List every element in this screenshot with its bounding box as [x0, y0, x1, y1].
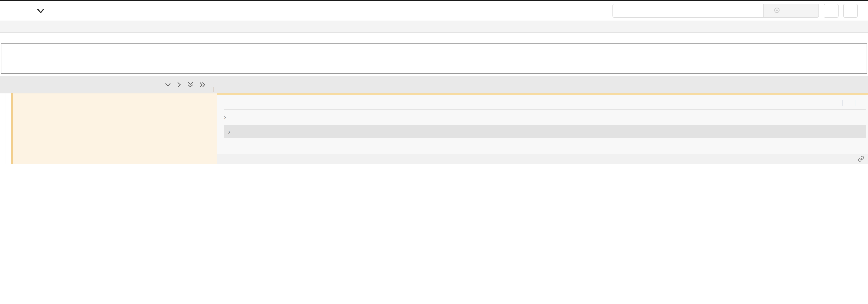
tags-accordion[interactable]: › [217, 110, 868, 123]
meta-separator: | [841, 99, 843, 106]
view-selector-button[interactable] [843, 4, 858, 18]
span-detail-left-gutter [0, 93, 217, 164]
detail-title-row: | | [217, 95, 868, 109]
locate-icon[interactable] [773, 7, 780, 15]
service-operation-header: || [0, 76, 217, 93]
expand-one-icon[interactable] [177, 81, 182, 88]
trace-meta-bar [0, 21, 868, 33]
header-actions [613, 4, 868, 18]
span-rows: | | › › [0, 93, 868, 164]
column-resize-handle[interactable]: || [211, 86, 217, 93]
link-icon[interactable] [858, 156, 864, 162]
page-header [0, 1, 868, 21]
timeline-table-header: || [0, 76, 868, 93]
collapse-all-icon[interactable] [188, 81, 194, 88]
trace-timeline-page: || | | [0, 0, 868, 304]
logs-accordion[interactable]: › [224, 125, 866, 138]
meta-separator: | [854, 99, 856, 106]
span-detail-row: | | › › [0, 93, 868, 164]
tree-collapse-tools [165, 81, 211, 88]
chevron-right-icon: › [224, 113, 226, 121]
timeline-ruler [217, 76, 868, 93]
expand-all-icon[interactable] [200, 81, 206, 88]
indent-guide [6, 93, 6, 164]
collapse-one-icon[interactable] [165, 82, 171, 87]
title-wrap [30, 8, 613, 13]
span-id-row [217, 154, 868, 164]
detail-spacer [217, 138, 868, 154]
find-group [613, 4, 819, 18]
find-tools [763, 4, 818, 17]
chevron-right-icon: › [228, 128, 230, 135]
minimap-canvas[interactable] [1, 43, 867, 74]
find-input[interactable] [613, 4, 763, 17]
detail-span-meta: | | [834, 99, 863, 106]
minimap-tick-labels [0, 33, 868, 43]
span-color-bar [11, 93, 13, 164]
back-button[interactable] [0, 1, 30, 21]
window-top-edge [0, 0, 868, 1]
span-detail-panel: | | › › [217, 93, 868, 164]
keyboard-shortcuts-button[interactable] [824, 4, 839, 18]
collapse-trace-chevron-icon[interactable] [37, 8, 44, 13]
detail-indent-column [0, 93, 11, 164]
